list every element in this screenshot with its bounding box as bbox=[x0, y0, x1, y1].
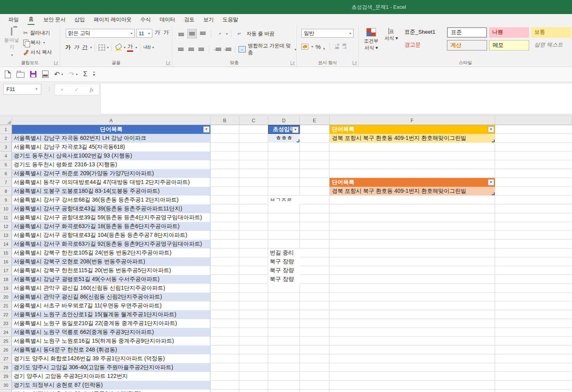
tab-page-layout[interactable]: 페이지 레이아웃 bbox=[89, 14, 136, 25]
cell-E7[interactable] bbox=[300, 178, 329, 187]
cell-C18[interactable] bbox=[239, 275, 268, 284]
cell-F10[interactable] bbox=[329, 204, 495, 213]
row-header-23[interactable]: 23 bbox=[0, 319, 12, 328]
cell-E26[interactable] bbox=[300, 346, 329, 354]
cell-B30[interactable] bbox=[210, 381, 239, 390]
cell-E29[interactable] bbox=[300, 372, 329, 381]
cell-A3[interactable]: 서울특별시 강남구 자곡로3길 45(자곡동618) bbox=[12, 143, 210, 152]
cell-B7[interactable] bbox=[210, 178, 239, 187]
cell-G6[interactable] bbox=[495, 169, 572, 178]
column-header-B[interactable]: B bbox=[210, 116, 239, 125]
cell-F4[interactable] bbox=[329, 152, 495, 160]
cell-C14[interactable] bbox=[239, 240, 268, 249]
cell-B4[interactable] bbox=[210, 152, 239, 160]
column-header-F[interactable]: F bbox=[329, 116, 495, 125]
cell-B21[interactable] bbox=[210, 301, 239, 310]
row-header-9[interactable]: 9 bbox=[0, 196, 12, 204]
row-header-19[interactable]: 19 bbox=[0, 284, 12, 293]
d1-filter-button[interactable]: ▼ bbox=[292, 127, 299, 133]
cell-G20[interactable] bbox=[495, 293, 572, 301]
cell-G24[interactable] bbox=[495, 328, 572, 337]
tab-file[interactable]: 파일 bbox=[4, 14, 23, 25]
cell-A24[interactable]: 서울특별시 노원구 덕릉로 662(중계동 주공3단지아파트) bbox=[12, 328, 210, 337]
row-header-26[interactable]: 26 bbox=[0, 346, 12, 354]
style-bad[interactable]: 나쁨 bbox=[489, 27, 529, 38]
cell-B6[interactable] bbox=[210, 169, 239, 178]
cell-E5[interactable] bbox=[300, 160, 329, 169]
cell-B1[interactable] bbox=[210, 125, 239, 134]
paste-button[interactable]: 붙여넣기 ▾ bbox=[2, 28, 21, 58]
row-header-6[interactable]: 6 bbox=[0, 169, 12, 178]
cell-E1[interactable] bbox=[300, 125, 329, 134]
cell-E14[interactable] bbox=[300, 240, 329, 249]
cell-B2[interactable] bbox=[210, 134, 239, 143]
cell-B9[interactable] bbox=[210, 196, 239, 204]
cell-E25[interactable] bbox=[300, 337, 329, 346]
cell-C13[interactable] bbox=[239, 231, 268, 240]
column-header-blank[interactable] bbox=[495, 116, 572, 125]
cell-E20[interactable] bbox=[300, 293, 329, 301]
cell-B18[interactable] bbox=[210, 275, 239, 284]
tab-home[interactable]: 홈 bbox=[23, 14, 39, 25]
cell-F21[interactable] bbox=[329, 301, 495, 310]
cell-A17[interactable]: 서울특별시 강북구 한천로115길 20(번동 번동주공5단지아파트) bbox=[12, 266, 210, 275]
cell-G4[interactable] bbox=[495, 152, 572, 160]
cell-D12[interactable] bbox=[268, 222, 300, 231]
column-header-C[interactable]: C bbox=[239, 116, 268, 125]
f1-filter-button[interactable]: ▼ bbox=[488, 126, 494, 133]
row-header-7[interactable]: 7 bbox=[0, 178, 12, 187]
tab-review[interactable]: 검토 bbox=[180, 14, 199, 25]
row-header-22[interactable]: 22 bbox=[0, 310, 12, 319]
cell-E10[interactable] bbox=[300, 204, 329, 213]
cell-G11[interactable] bbox=[495, 213, 572, 222]
cell-F17[interactable] bbox=[329, 266, 495, 275]
tab-data[interactable]: 데이터 bbox=[155, 14, 180, 25]
f7-filter-button[interactable]: ▼ bbox=[488, 179, 494, 186]
cell-C27[interactable] bbox=[239, 354, 268, 363]
cell-D18[interactable]: 북구 장량 bbox=[268, 275, 300, 284]
row-header-2[interactable]: 2 bbox=[0, 134, 12, 143]
cell-F18[interactable] bbox=[329, 275, 495, 284]
cell-E16[interactable] bbox=[300, 257, 329, 266]
cell-G17[interactable] bbox=[495, 266, 572, 275]
cell-D6[interactable] bbox=[268, 169, 300, 178]
italic-button[interactable]: 가 bbox=[73, 42, 80, 52]
cell-C12[interactable] bbox=[239, 222, 268, 231]
save-button[interactable] bbox=[30, 71, 36, 77]
cell-D13[interactable] bbox=[268, 231, 300, 240]
tab-help[interactable]: 도움말 bbox=[218, 14, 243, 25]
open-file-button[interactable] bbox=[16, 71, 24, 78]
cell-G5[interactable] bbox=[495, 160, 572, 169]
cell-G26[interactable] bbox=[495, 346, 572, 354]
cell-G23[interactable] bbox=[495, 319, 572, 328]
cell-G9[interactable] bbox=[495, 196, 572, 204]
autosum-button[interactable]: Σ bbox=[83, 70, 88, 78]
cell-B28[interactable] bbox=[210, 363, 239, 372]
cell-D11[interactable] bbox=[268, 213, 300, 222]
cell-G13[interactable] bbox=[495, 231, 572, 240]
column-header-A[interactable]: A bbox=[12, 116, 210, 125]
cell-D24[interactable] bbox=[268, 328, 300, 337]
cell-E17[interactable] bbox=[300, 266, 329, 275]
cell-D3[interactable] bbox=[268, 143, 300, 152]
cell-F14[interactable] bbox=[329, 240, 495, 249]
wrap-text-button[interactable]: 자동 줄 바꿈 bbox=[247, 30, 274, 37]
cell-C23[interactable] bbox=[239, 319, 268, 328]
row-header-12[interactable]: 12 bbox=[0, 222, 12, 231]
comma-style-button[interactable]: , bbox=[323, 43, 325, 50]
cell-D9[interactable]: ㅂㄱㅈㄹ bbox=[268, 196, 300, 204]
align-center-button[interactable] bbox=[186, 44, 195, 54]
cell-G1[interactable] bbox=[495, 125, 572, 134]
formula-bar-input[interactable] bbox=[100, 83, 572, 114]
cell-C20[interactable] bbox=[239, 293, 268, 301]
cell-C26[interactable] bbox=[239, 346, 268, 354]
column-header-D[interactable]: D bbox=[268, 116, 300, 125]
cell-A9[interactable]: 서울특별시 강서구 강서로68길 36(등촌동 등촌주공1 2단지아파트) bbox=[12, 196, 210, 204]
cell-G19[interactable] bbox=[495, 284, 572, 293]
fill-color-dropdown-icon[interactable]: ▾ bbox=[124, 46, 125, 49]
cell-C22[interactable] bbox=[239, 310, 268, 319]
cell-C10[interactable] bbox=[239, 204, 268, 213]
cell-C15[interactable] bbox=[239, 249, 268, 257]
cell-E28[interactable] bbox=[300, 363, 329, 372]
cell-B17[interactable] bbox=[210, 266, 239, 275]
